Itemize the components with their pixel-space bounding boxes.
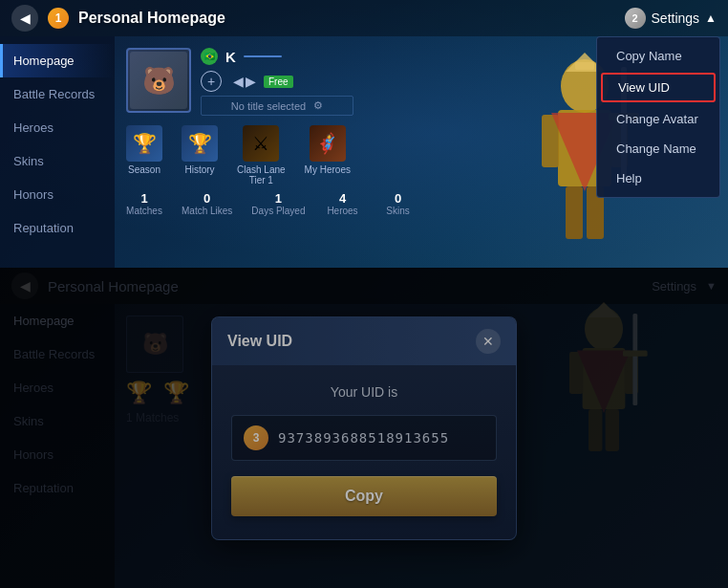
season-icon: 🏆 bbox=[126, 125, 162, 162]
dropdown-change-avatar[interactable]: Change Avatar bbox=[597, 104, 719, 134]
heroes-label: My Heroes bbox=[305, 164, 351, 175]
stat-season: 🏆 Season bbox=[126, 125, 162, 185]
season-label: Season bbox=[128, 164, 161, 175]
free-badge: Free bbox=[264, 76, 293, 88]
settings-chevron-icon: ▲ bbox=[705, 11, 717, 25]
sidebar-item-battle-records[interactable]: Battle Records bbox=[0, 77, 115, 111]
nav-arrows: ◀ ▶ bbox=[233, 74, 256, 89]
sidebar: Homepage Battle Records Heroes Skins Hon… bbox=[0, 36, 115, 268]
back-button[interactable]: ◀ bbox=[11, 5, 38, 32]
next-arrow-icon[interactable]: ▶ bbox=[246, 74, 256, 89]
copy-button[interactable]: Copy bbox=[231, 476, 497, 516]
bottom-panel: ◀ Personal Homepage Settings ▼ Homepage … bbox=[0, 268, 728, 588]
modal-overlay: View UID ✕ Your UID is 3 937389368851891… bbox=[0, 268, 728, 588]
days-label: Days Played bbox=[251, 206, 305, 216]
stat-days: 1 Days Played bbox=[251, 191, 305, 216]
title-bar: No title selected ⚙ bbox=[201, 96, 353, 116]
header-right: 2 Settings ▲ bbox=[625, 8, 717, 29]
history-label: History bbox=[184, 164, 214, 175]
dropdown-change-name[interactable]: Change Name bbox=[597, 134, 719, 163]
stat-matches: 1 Matches bbox=[126, 191, 162, 216]
uid-label: Your UID is bbox=[231, 384, 497, 400]
matches-label: Matches bbox=[126, 206, 162, 216]
match-likes-value: 0 bbox=[203, 191, 210, 206]
modal-title: View UID bbox=[227, 333, 292, 350]
stat-history: 🏆 History bbox=[182, 125, 218, 185]
heroes-icon: 🦸 bbox=[310, 125, 346, 162]
settings-label[interactable]: Settings bbox=[652, 11, 700, 26]
stat-skins: 0 Skins bbox=[380, 191, 417, 216]
user-level-badge: 1 bbox=[48, 8, 69, 29]
matches-value: 1 bbox=[140, 191, 147, 206]
history-icon: 🏆 bbox=[182, 125, 218, 162]
avatar-box: 🐻 bbox=[126, 48, 191, 113]
name-plate bbox=[244, 55, 282, 57]
sidebar-item-reputation[interactable]: Reputation bbox=[0, 211, 115, 245]
avatar-image: 🐻 bbox=[130, 52, 187, 109]
match-likes-label: Match Likes bbox=[182, 206, 232, 216]
dropdown-help[interactable]: Help bbox=[597, 163, 719, 193]
settings-dropdown: Copy Name View UID Change Avatar Change … bbox=[596, 36, 720, 198]
header-bar: ◀ 1 Personal Homepage 2 Settings ▲ bbox=[0, 0, 728, 36]
dropdown-view-uid[interactable]: View UID bbox=[601, 73, 716, 102]
dropdown-copy-name[interactable]: Copy Name bbox=[597, 41, 719, 71]
heroes-value: 4 bbox=[339, 191, 346, 206]
days-value: 1 bbox=[275, 191, 282, 206]
gear-icon[interactable]: ⚙ bbox=[313, 99, 323, 112]
skins-value: 0 bbox=[395, 191, 401, 206]
uid-value: 937389368851891365​5 bbox=[278, 430, 449, 446]
view-uid-modal: View UID ✕ Your UID is 3 937389368851891… bbox=[211, 316, 517, 540]
country-flag: 🇧🇷 bbox=[201, 48, 218, 65]
settings-badge: 2 bbox=[625, 8, 646, 29]
sidebar-item-honors[interactable]: Honors bbox=[0, 178, 115, 211]
clash-label: Clash LaneTier 1 bbox=[237, 164, 286, 185]
stat-heroes-count: 4 Heroes bbox=[325, 191, 361, 216]
uid-number-badge: 3 bbox=[244, 425, 268, 450]
sidebar-item-heroes[interactable]: Heroes bbox=[0, 111, 115, 144]
top-panel: ◀ 1 Personal Homepage 2 Settings ▲ Copy … bbox=[0, 0, 728, 268]
add-friend-button[interactable]: + bbox=[201, 71, 222, 92]
title-placeholder: No title selected bbox=[231, 100, 306, 112]
prev-arrow-icon[interactable]: ◀ bbox=[233, 74, 244, 89]
sidebar-item-homepage[interactable]: Homepage bbox=[0, 44, 115, 77]
modal-close-button[interactable]: ✕ bbox=[476, 329, 501, 354]
skins-label: Skins bbox=[386, 206, 409, 216]
sidebar-item-skins[interactable]: Skins bbox=[0, 144, 115, 178]
modal-header: View UID ✕ bbox=[212, 317, 516, 365]
player-name: K bbox=[225, 49, 236, 65]
heroes-count-label: Heroes bbox=[327, 206, 357, 216]
clash-icon: ⚔ bbox=[243, 125, 279, 162]
uid-row: 3 937389368851891365​5 bbox=[231, 415, 497, 461]
modal-body: Your UID is 3 937389368851891365​5 Copy bbox=[212, 365, 516, 539]
header-left: ◀ 1 Personal Homepage bbox=[11, 5, 225, 32]
page-title: Personal Homepage bbox=[78, 10, 225, 27]
stat-heroes: 🦸 My Heroes bbox=[305, 125, 351, 185]
stat-match-likes: 0 Match Likes bbox=[182, 191, 232, 216]
stat-clash: ⚔ Clash LaneTier 1 bbox=[237, 125, 286, 185]
